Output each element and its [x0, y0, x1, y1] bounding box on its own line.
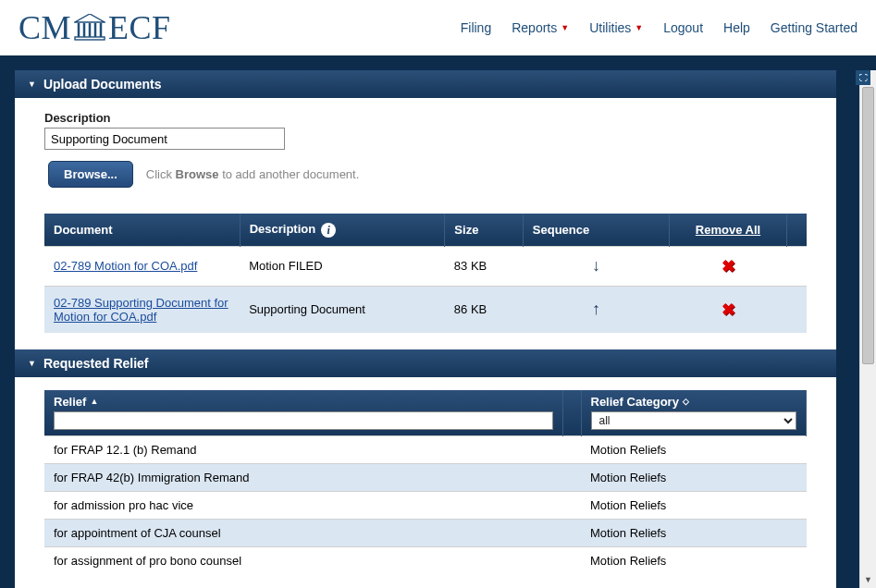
logo-text-right: ECF	[108, 8, 171, 47]
panel-area: ▼ Upload Documents Description Browse...…	[15, 70, 836, 588]
browse-button[interactable]: Browse...	[48, 161, 133, 188]
top-nav: Filing Reports▼ Utilities▼ Logout Help G…	[461, 20, 857, 35]
relief-name: for assignment of pro bono counsel	[44, 546, 562, 574]
relief-category: Motion Reliefs	[581, 491, 807, 519]
col-remove-all[interactable]: Remove All	[670, 214, 787, 246]
document-link[interactable]: 02-789 Supporting Document for Motion fo…	[54, 296, 228, 324]
table-row: 02-789 Motion for COA.pdfMotion FILED83 …	[44, 246, 807, 286]
doc-description: Supporting Document	[240, 286, 445, 333]
doc-size: 86 KB	[445, 286, 523, 333]
nav-logout[interactable]: Logout	[663, 20, 703, 35]
table-row[interactable]: for appointment of CJA counselMotion Rel…	[44, 519, 807, 546]
sort-asc-icon: ▲	[90, 397, 98, 406]
remove-icon[interactable]: ✖	[722, 300, 735, 320]
section-header-relief[interactable]: ▼ Requested Relief	[15, 349, 836, 377]
table-row[interactable]: for FRAP 12.1 (b) RemandMotion Reliefs	[44, 435, 807, 463]
logo-text-left: CM	[19, 8, 71, 47]
table-row: 02-789 Supporting Document for Motion fo…	[44, 286, 807, 333]
vertical-scrollbar[interactable]: ▲ ▼	[859, 70, 876, 588]
chevron-down-icon: ▼	[635, 23, 643, 32]
col-relief[interactable]: Relief▲	[44, 390, 562, 436]
relief-filter-input[interactable]	[54, 411, 553, 430]
col-spacer	[562, 390, 581, 436]
nav-reports[interactable]: Reports▼	[512, 20, 569, 35]
nav-filing[interactable]: Filing	[461, 20, 491, 35]
relief-body: Relief▲ Relief Category◇ all	[15, 377, 836, 574]
sort-both-icon: ◇	[683, 397, 689, 406]
documents-table: Document Descriptioni Size Sequence Remo…	[44, 214, 807, 333]
col-document[interactable]: Document	[44, 214, 240, 246]
logo: CM ECF	[19, 8, 171, 47]
chevron-down-icon: ▼	[28, 80, 36, 89]
col-description[interactable]: Descriptioni	[240, 214, 445, 246]
description-input[interactable]	[44, 128, 285, 150]
table-row[interactable]: for assignment of pro bono counselMotion…	[44, 546, 807, 574]
svg-rect-1	[75, 37, 105, 40]
doc-size: 83 KB	[445, 246, 523, 286]
col-size[interactable]: Size	[445, 214, 523, 246]
scroll-thumb[interactable]	[862, 87, 874, 364]
remove-icon[interactable]: ✖	[722, 256, 735, 276]
scroll-down-icon[interactable]: ▼	[860, 571, 876, 588]
section-title: Upload Documents	[43, 77, 162, 92]
nav-utilities[interactable]: Utilities▼	[589, 20, 643, 35]
content-band: ▼ Upload Documents Description Browse...…	[0, 55, 876, 588]
relief-category: Motion Reliefs	[581, 519, 807, 546]
sequence-down-icon[interactable]: ↓	[592, 256, 600, 275]
chevron-down-icon: ▼	[28, 359, 36, 368]
relief-category-select[interactable]: all	[591, 411, 797, 430]
relief-name: for appointment of CJA counsel	[44, 519, 562, 546]
relief-name: for admission pro hac vice	[44, 491, 562, 519]
browse-hint: Click Browse to add another document.	[146, 167, 360, 181]
nav-getting-started[interactable]: Getting Started	[771, 20, 857, 35]
table-row[interactable]: for FRAP 42(b) Immigration RemandMotion …	[44, 463, 807, 491]
bank-icon	[74, 14, 105, 42]
document-link[interactable]: 02-789 Motion for COA.pdf	[54, 259, 197, 273]
relief-name: for FRAP 42(b) Immigration Remand	[44, 463, 562, 491]
section-title: Requested Relief	[43, 356, 149, 371]
chevron-down-icon: ▼	[561, 23, 569, 32]
relief-name: for FRAP 12.1 (b) Remand	[44, 435, 562, 463]
col-relief-category[interactable]: Relief Category◇ all	[581, 390, 807, 436]
relief-category: Motion Reliefs	[581, 435, 807, 463]
nav-help[interactable]: Help	[723, 20, 750, 35]
col-tail	[786, 214, 807, 246]
top-bar: CM ECF Filing Reports▼ Utilities▼ Logout…	[0, 0, 876, 55]
doc-description: Motion FILED	[240, 246, 445, 286]
info-icon[interactable]: i	[321, 223, 336, 238]
svg-marker-0	[75, 14, 105, 22]
relief-table: Relief▲ Relief Category◇ all	[44, 390, 807, 574]
fullscreen-icon[interactable]: ⛶	[856, 70, 870, 85]
col-sequence[interactable]: Sequence	[523, 214, 669, 246]
description-label: Description	[44, 111, 807, 125]
section-header-upload[interactable]: ▼ Upload Documents	[15, 70, 836, 98]
table-row[interactable]: for admission pro hac viceMotion Reliefs	[44, 491, 807, 519]
relief-category: Motion Reliefs	[581, 546, 807, 574]
relief-category: Motion Reliefs	[581, 463, 807, 491]
sequence-up-icon[interactable]: ↑	[592, 300, 600, 318]
upload-body: Description Browse... Click Browse to ad…	[15, 98, 836, 349]
